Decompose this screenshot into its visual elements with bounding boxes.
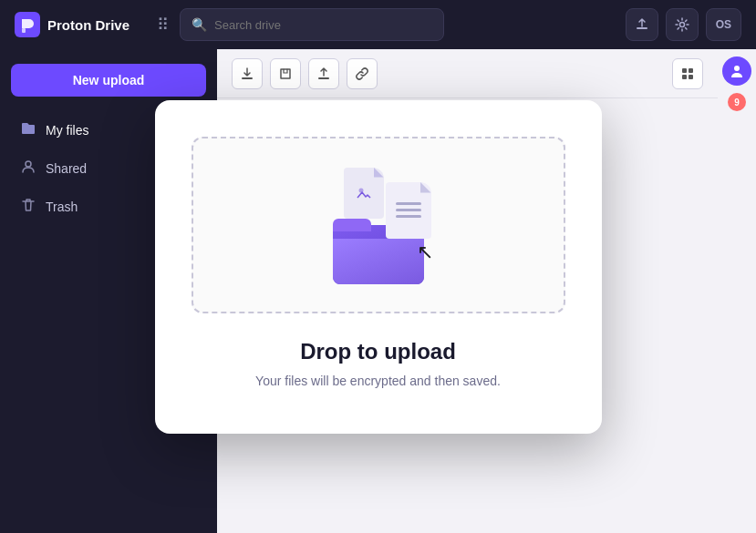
doc-line-2 — [396, 209, 421, 211]
doc-line-1 — [396, 202, 421, 205]
drop-zone[interactable]: ↖ — [192, 137, 565, 313]
modal-subtitle: Your files will be encrypted and then sa… — [255, 374, 501, 388]
drop-illustration: ↖ — [324, 166, 433, 284]
modal-overlay: ↖ Drop to upload Your files will be encr… — [0, 0, 756, 533]
upload-modal: ↖ Drop to upload Your files will be encr… — [155, 100, 602, 434]
folder-tab — [333, 219, 371, 231]
doc-line-3 — [396, 215, 421, 218]
cursor-icon: ↖ — [417, 241, 433, 264]
modal-title: Drop to upload — [300, 339, 456, 364]
folder-front — [333, 239, 424, 284]
